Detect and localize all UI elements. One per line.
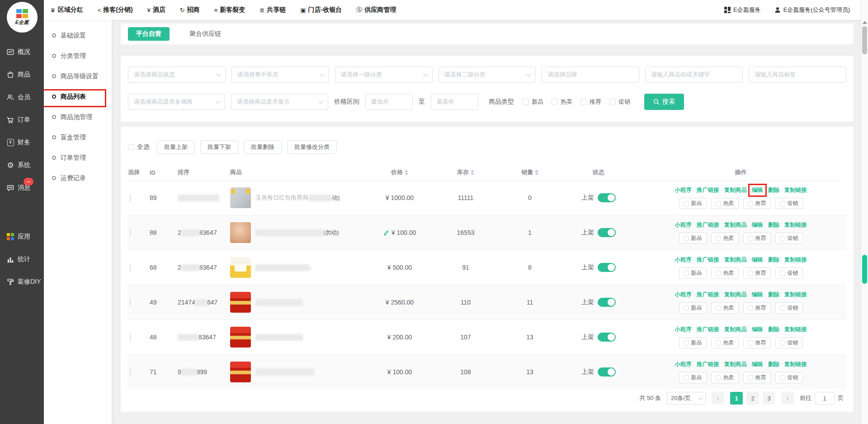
page-number-button[interactable]: 3 [763, 392, 775, 405]
sort-carets-icon[interactable] [405, 170, 408, 175]
status-toggle[interactable] [598, 228, 616, 237]
action-link[interactable]: 编辑 [752, 291, 763, 299]
checkbox-icon[interactable] [716, 236, 721, 241]
goto-page-input[interactable] [815, 392, 835, 405]
tag-checkbox[interactable]: 推荐 [743, 337, 771, 348]
tab[interactable]: 平台自营 [128, 27, 170, 41]
checkbox-icon[interactable] [748, 271, 753, 276]
tag-checkbox[interactable]: 热卖 [711, 267, 739, 279]
checkbox-icon[interactable] [748, 305, 753, 311]
goods-type-checkbox[interactable]: 推荐 [580, 98, 601, 106]
checkbox-icon[interactable] [780, 236, 785, 241]
topbar-menu-item[interactable]: Ⓢ 供应商管理 [356, 6, 396, 14]
sidebar-item-orders[interactable]: 订单 [0, 109, 44, 131]
tag-checkbox[interactable]: 促销 [775, 267, 803, 279]
checkbox-icon[interactable] [716, 271, 721, 276]
action-link[interactable]: 复制链接 [784, 326, 807, 333]
column-header[interactable]: 价格 [366, 168, 434, 176]
filter-field[interactable]: 请选择售中库存 [231, 67, 329, 83]
action-link[interactable]: 复制商品 [724, 186, 747, 194]
goods-type-checkbox[interactable]: 新品 [523, 98, 543, 106]
checkbox-icon[interactable] [748, 340, 753, 346]
checkbox-icon[interactable] [128, 144, 134, 150]
checkbox-icon[interactable] [716, 201, 721, 206]
batch-button[interactable]: 批量删除 [244, 140, 282, 154]
page-number-button[interactable]: 2 [746, 392, 759, 405]
action-link[interactable]: 推广链接 [697, 326, 719, 333]
action-link[interactable]: 复制商品 [724, 326, 747, 333]
sidebar-item-overview[interactable]: 概况 [0, 41, 44, 63]
batch-button[interactable]: 批量下架 [200, 140, 238, 154]
action-link[interactable]: 编辑 [752, 256, 763, 264]
sidebar-item-stats[interactable]: 统计 [0, 248, 44, 271]
tag-checkbox[interactable]: 促销 [775, 302, 803, 314]
checkbox-icon[interactable] [748, 236, 753, 241]
action-link[interactable]: 编辑 [752, 326, 763, 333]
checkbox-icon[interactable] [780, 201, 785, 206]
checkbox-icon[interactable] [780, 271, 785, 276]
checkbox-icon[interactable] [609, 99, 616, 105]
checkbox-icon[interactable] [716, 305, 721, 311]
sidebar-item-diy[interactable]: 装修DIY [0, 271, 44, 293]
app-logo[interactable]: E企屋 [7, 2, 38, 33]
topbar-menu-item[interactable]: ▣ 门店-收银台 [300, 6, 342, 14]
submenu-item[interactable]: 基础设置 [44, 25, 112, 46]
sidebar-item-finance[interactable]: ¥ 财务 [0, 131, 44, 154]
tag-checkbox[interactable]: 促销 [775, 372, 803, 383]
checkbox-icon[interactable] [748, 375, 753, 381]
row-checkbox[interactable] [130, 263, 131, 272]
topbar-menu-item[interactable]: < 推客(分销) [98, 6, 133, 14]
action-link[interactable]: 复制链接 [784, 361, 807, 368]
batch-button[interactable]: 批量修改分类 [287, 140, 337, 154]
action-link[interactable]: 编辑 [752, 221, 763, 229]
filter-field[interactable]: 请选择品牌 [542, 67, 639, 83]
topbar-menu-item[interactable]: ↻ 招商 [180, 6, 200, 14]
search-button[interactable]: 搜索 [644, 94, 684, 110]
checkbox-icon[interactable] [684, 305, 689, 311]
filter-field[interactable]: 请选择商品状态 [128, 67, 226, 83]
multispec-select[interactable]: 请选择商品是否多规格 [128, 94, 225, 110]
submenu-item[interactable]: 商品池管理 [44, 107, 112, 127]
column-header[interactable]: 库存 [434, 168, 498, 176]
row-checkbox[interactable] [130, 298, 131, 306]
service-entry[interactable]: E企盈服务 [724, 6, 761, 14]
sidebar-item-system[interactable]: ⚙ 系统 [0, 154, 44, 176]
tag-checkbox[interactable]: 新品 [679, 233, 707, 244]
tag-checkbox[interactable]: 新品 [679, 198, 707, 209]
status-toggle[interactable] [598, 263, 616, 272]
action-link[interactable]: 编辑 [752, 361, 763, 368]
topbar-menu-item[interactable]: ♛ 区域分红 [50, 6, 83, 14]
checkbox-icon[interactable] [580, 99, 587, 105]
price-max-input[interactable]: 最高价 [431, 94, 478, 110]
action-link[interactable]: 复制链接 [784, 291, 807, 299]
action-link[interactable]: 小程序 [675, 326, 692, 333]
submenu-item[interactable]: 盲盒管理 [44, 127, 112, 148]
status-toggle[interactable] [598, 298, 616, 307]
tag-checkbox[interactable]: 促销 [775, 337, 803, 348]
scrollbar-accent-thumb[interactable] [862, 255, 867, 284]
action-link[interactable]: 删除 [768, 291, 779, 299]
checkbox-icon[interactable] [748, 201, 753, 206]
tag-checkbox[interactable]: 新品 [679, 337, 707, 348]
tag-checkbox[interactable]: 推荐 [743, 267, 771, 279]
tab[interactable]: 聚合供应链 [181, 27, 229, 41]
checkbox-icon[interactable] [716, 375, 721, 381]
row-checkbox[interactable] [130, 229, 131, 237]
visibility-select[interactable]: 请选择商品是否显示 [231, 94, 328, 110]
status-toggle[interactable] [598, 333, 616, 342]
action-link[interactable]: 小程序 [675, 361, 692, 368]
filter-field[interactable]: 请输入商品标签 [749, 67, 846, 83]
tag-checkbox[interactable]: 推荐 [743, 372, 771, 383]
row-checkbox[interactable] [130, 368, 131, 376]
tag-checkbox[interactable]: 推荐 [743, 302, 771, 314]
action-link[interactable]: 推广链接 [697, 291, 719, 299]
action-link[interactable]: 复制商品 [724, 256, 747, 264]
sidebar-item-members[interactable]: 会员 [0, 86, 44, 109]
row-checkbox[interactable] [130, 333, 131, 341]
prev-page-button[interactable]: ‹ [712, 392, 724, 405]
tag-checkbox[interactable]: 热卖 [711, 337, 739, 348]
edit-pencil-icon[interactable] [383, 230, 389, 236]
checkbox-icon[interactable] [552, 99, 558, 105]
action-link[interactable]: 推广链接 [697, 256, 719, 264]
action-link[interactable]: 删除 [768, 221, 779, 229]
